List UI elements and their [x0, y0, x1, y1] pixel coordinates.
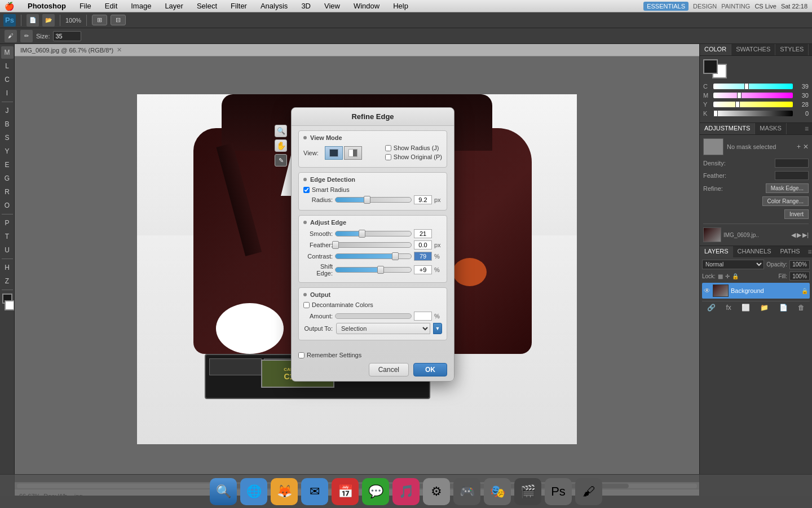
menu-select[interactable]: Select [195, 2, 219, 10]
tool-hand[interactable]: H [1, 261, 14, 274]
adj-nav-next[interactable]: ▶ [797, 231, 801, 239]
adj-add-btn[interactable]: + [797, 143, 801, 151]
tool-eraser[interactable]: E [1, 159, 14, 171]
amount-value[interactable] [414, 312, 432, 321]
open-btn[interactable]: 📂 [42, 14, 55, 27]
smooth-value[interactable] [414, 229, 432, 238]
dock-mail[interactable]: ✉ [301, 478, 328, 505]
ok-button[interactable]: OK [413, 363, 447, 376]
shift-edge-value[interactable] [414, 265, 432, 274]
adj-delete-btn[interactable]: ✕ [803, 143, 809, 151]
dock-messages[interactable]: 💬 [362, 478, 389, 505]
size-input[interactable] [53, 31, 81, 41]
tool-brush[interactable]: B [1, 118, 14, 130]
tool-shape[interactable]: U [1, 244, 14, 256]
lock-all-btn[interactable]: 🔒 [732, 273, 739, 279]
tab-layers[interactable]: LAYERS [700, 246, 733, 257]
fill-input[interactable] [789, 271, 810, 281]
tab-channels[interactable]: CHANNELS [733, 246, 776, 257]
tab-close-btn[interactable]: ✕ [117, 46, 122, 54]
tab-adjustments[interactable]: ADJUSTMENTS [700, 123, 755, 134]
tool-dodge[interactable]: O [1, 199, 14, 212]
output-to-select[interactable]: Selection Layer Mask New Layer [336, 323, 430, 334]
y-slider[interactable] [713, 102, 793, 107]
dock-system-prefs[interactable]: ⚙ [423, 478, 450, 505]
feather-mask-input[interactable] [775, 171, 809, 180]
tool-history[interactable]: Y [1, 145, 14, 157]
tab-swatches[interactable]: SWATCHES [731, 44, 775, 55]
tool-blur[interactable]: R [1, 186, 14, 198]
new-layer-btn[interactable]: 📄 [779, 304, 788, 312]
background-color[interactable] [5, 300, 15, 310]
contrast-value[interactable] [414, 252, 432, 261]
radius-slider[interactable] [335, 197, 412, 203]
k-slider[interactable] [713, 111, 793, 116]
contrast-slider[interactable] [335, 253, 412, 259]
arrange-btn[interactable]: ⊟ [111, 15, 126, 25]
tool-healing[interactable]: J [1, 104, 14, 117]
feather-value[interactable] [414, 240, 432, 249]
new-group-btn[interactable]: 📁 [760, 304, 769, 312]
dock-firefox[interactable]: 🦊 [271, 478, 298, 505]
menu-file[interactable]: File [77, 2, 94, 10]
view-btn-1[interactable] [325, 146, 343, 160]
canvas-content[interactable]: CALIFORNIA C17978 🔍 ✋ ✎ Refine Edge [15, 56, 699, 482]
design-btn[interactable]: DESIGN [693, 3, 717, 10]
amount-slider[interactable] [335, 313, 412, 319]
output-select-arrow[interactable]: ▼ [433, 323, 442, 334]
lock-pixels-btn[interactable]: ▦ [718, 273, 723, 279]
show-original-checkbox[interactable] [385, 154, 391, 160]
adj-nav-end[interactable]: ▶| [802, 231, 809, 239]
view-btn-2[interactable] [344, 146, 362, 160]
dock-finder[interactable]: 🔍 [210, 478, 237, 505]
tool-gradient[interactable]: G [1, 172, 14, 185]
shift-edge-slider[interactable] [335, 267, 412, 273]
tool-clone[interactable]: S [1, 132, 14, 144]
dock-safari[interactable]: 🌐 [240, 478, 267, 505]
tool-crop[interactable]: C [1, 73, 14, 86]
cs-live-btn[interactable]: CS Live [754, 3, 776, 10]
menu-3d[interactable]: 3D [299, 2, 313, 10]
brush-alt-btn[interactable]: ✏ [20, 30, 33, 42]
refine-zoom-tool[interactable]: 🔍 [275, 125, 287, 137]
mask-edge-btn[interactable]: Mask Edge... [766, 183, 809, 193]
adj-nav-prev[interactable]: ◀ [791, 231, 796, 239]
layers-panel-menu[interactable]: ≡ [805, 246, 812, 257]
invert-btn[interactable]: Invert [784, 209, 809, 219]
tool-lasso[interactable]: L [1, 60, 14, 72]
tool-eyedropper[interactable]: I [1, 87, 14, 99]
link-layers-btn[interactable]: 🔗 [707, 304, 716, 312]
dock-app10[interactable]: 🎬 [514, 478, 541, 505]
lock-position-btn[interactable]: ✛ [725, 273, 730, 279]
c-slider[interactable] [713, 84, 793, 89]
tab-color[interactable]: COLOR [700, 44, 731, 55]
color-panel-menu[interactable]: ≡ [809, 44, 812, 55]
tool-zoom[interactable]: Z [1, 275, 14, 287]
painting-btn[interactable]: PAINTING [721, 3, 750, 10]
dock-app9[interactable]: 🎭 [484, 478, 511, 505]
menu-filter[interactable]: Filter [228, 2, 249, 10]
refine-hand-tool[interactable]: ✋ [275, 139, 287, 152]
smooth-slider[interactable] [335, 231, 412, 237]
menu-help[interactable]: Help [391, 2, 411, 10]
layer-item-background[interactable]: 👁 Background 🔒 [702, 283, 810, 299]
blend-mode-select[interactable]: Normal [702, 260, 764, 269]
menu-image[interactable]: Image [129, 2, 153, 10]
decontaminate-checkbox[interactable] [303, 302, 310, 308]
color-range-btn[interactable]: Color Range... [762, 196, 809, 206]
menu-view[interactable]: View [322, 2, 342, 10]
tool-pen[interactable]: P [1, 217, 14, 229]
menu-layer[interactable]: Layer [162, 2, 186, 10]
smart-radius-checkbox[interactable] [303, 187, 310, 193]
foreground-swatch[interactable] [703, 59, 718, 74]
remember-checkbox[interactable] [298, 352, 304, 358]
dock-app8[interactable]: 🎮 [453, 478, 480, 505]
add-style-btn[interactable]: fx [726, 304, 731, 312]
tool-text[interactable]: T [1, 230, 14, 243]
delete-layer-btn[interactable]: 🗑 [798, 304, 805, 312]
tab-styles[interactable]: STYLES [775, 44, 809, 55]
workspace-btn[interactable]: ⊞ [92, 15, 107, 25]
opacity-input[interactable] [789, 260, 810, 269]
density-input[interactable] [775, 159, 809, 168]
layer-visibility-eye[interactable]: 👁 [704, 287, 710, 295]
